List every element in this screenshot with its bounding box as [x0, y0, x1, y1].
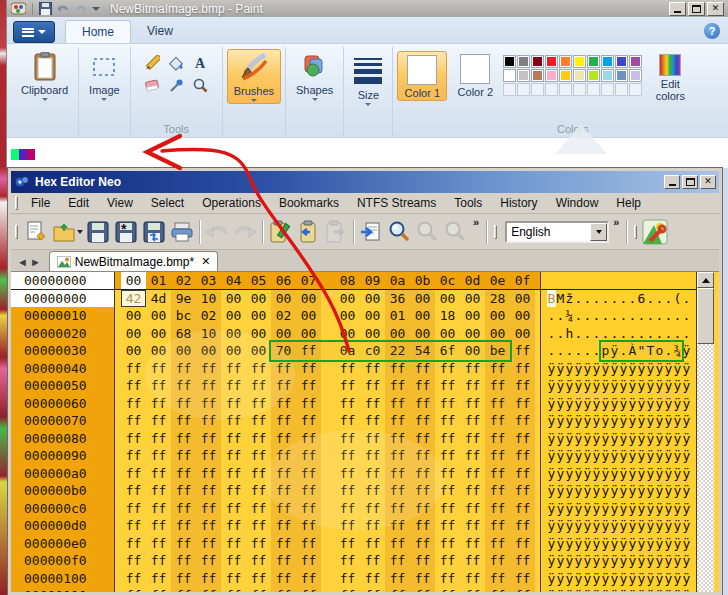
hex-byte[interactable]: ff — [435, 377, 460, 395]
color2-button[interactable]: Color 2 — [451, 51, 499, 99]
save-all-button[interactable]: * — [112, 218, 140, 246]
palette-swatch[interactable] — [559, 55, 572, 68]
hex-byte[interactable]: 00 — [271, 290, 296, 308]
hex-byte[interactable]: ff — [360, 552, 385, 570]
palette-swatch[interactable] — [503, 69, 516, 82]
hex-byte[interactable]: ff — [171, 395, 196, 413]
palette-empty-slot[interactable] — [615, 83, 628, 96]
hex-byte[interactable]: ff — [410, 482, 435, 500]
hex-byte[interactable]: 00 — [385, 325, 410, 343]
hex-byte[interactable]: 00 — [335, 290, 360, 308]
ascii-char[interactable]: ÿ — [664, 395, 673, 413]
ascii-char[interactable]: ¾ — [673, 342, 682, 360]
fill-tool[interactable] — [165, 53, 187, 73]
ascii-char[interactable]: ÿ — [673, 500, 682, 518]
palette-empty-slot[interactable] — [559, 83, 572, 96]
hex-byte[interactable]: ff — [246, 570, 271, 588]
ascii-char[interactable]: ÿ — [592, 377, 601, 395]
ascii-char[interactable]: ÿ — [628, 430, 637, 448]
hex-byte[interactable]: ff — [196, 517, 221, 535]
ascii-char[interactable]: ÿ — [646, 482, 655, 500]
hex-byte[interactable]: ff — [121, 552, 146, 570]
hex-byte[interactable]: ff — [435, 482, 460, 500]
ascii-char[interactable]: ÿ — [547, 500, 556, 518]
hex-byte[interactable]: ff — [221, 412, 246, 430]
hex-byte[interactable]: 00 — [296, 325, 321, 343]
palette-swatch[interactable] — [573, 69, 586, 82]
ascii-char[interactable]: . — [637, 307, 646, 325]
hex-byte[interactable]: ff — [271, 377, 296, 395]
hex-byte[interactable]: ff — [435, 587, 460, 592]
hex-byte[interactable]: ff — [171, 465, 196, 483]
ascii-char[interactable]: ÿ — [547, 465, 556, 483]
ascii-char[interactable]: ÿ — [646, 360, 655, 378]
hex-byte[interactable]: ff — [271, 412, 296, 430]
ascii-char[interactable]: ÿ — [628, 517, 637, 535]
ascii-char[interactable]: ÿ — [646, 395, 655, 413]
document-tab[interactable]: NewBitmaImage.bmp* ✕ — [49, 251, 219, 271]
ascii-char[interactable]: ÿ — [664, 377, 673, 395]
hex-byte[interactable]: 00 — [246, 307, 271, 325]
hex-byte[interactable]: 00 — [146, 307, 171, 325]
ascii-char[interactable]: ÿ — [565, 377, 574, 395]
ascii-char[interactable]: ÿ — [628, 570, 637, 588]
palette-swatch[interactable] — [517, 55, 530, 68]
hex-byte[interactable]: ff — [335, 377, 360, 395]
ascii-char[interactable]: ÿ — [547, 570, 556, 588]
ascii-char[interactable]: ÿ — [682, 570, 691, 588]
ascii-char[interactable]: ÿ — [610, 517, 619, 535]
hex-byte[interactable]: 00 — [171, 342, 196, 360]
hex-byte[interactable]: ff — [485, 482, 510, 500]
palette-swatch[interactable] — [629, 55, 642, 68]
hex-byte[interactable]: ff — [296, 377, 321, 395]
hex-byte[interactable]: ff — [360, 395, 385, 413]
ascii-char[interactable]: ÿ — [547, 430, 556, 448]
ascii-char[interactable]: ÿ — [556, 447, 565, 465]
ascii-char[interactable]: ÿ — [547, 535, 556, 553]
ascii-char[interactable]: ÿ — [601, 535, 610, 553]
hex-byte[interactable]: ff — [196, 430, 221, 448]
hex-byte[interactable]: ff — [485, 377, 510, 395]
ascii-char[interactable]: . — [556, 307, 565, 325]
hex-byte[interactable]: ff — [460, 570, 485, 588]
hex-byte[interactable]: ff — [146, 482, 171, 500]
ascii-char[interactable]: ÿ — [583, 500, 592, 518]
ascii-char[interactable]: ÿ — [673, 570, 682, 588]
hex-byte[interactable]: ff — [196, 447, 221, 465]
hex-byte[interactable]: 00 — [510, 307, 535, 325]
hex-byte[interactable]: ff — [196, 465, 221, 483]
hex-byte[interactable]: ff — [335, 500, 360, 518]
hex-byte[interactable]: ff — [485, 570, 510, 588]
ascii-char[interactable]: ÿ — [556, 552, 565, 570]
ascii-char[interactable]: ÿ — [565, 535, 574, 553]
hex-byte[interactable]: 00 — [510, 290, 535, 308]
ascii-char[interactable]: ÿ — [646, 377, 655, 395]
ascii-char[interactable]: ÿ — [646, 412, 655, 430]
ascii-char[interactable]: ÿ — [646, 500, 655, 518]
close-button[interactable]: ✕ — [700, 175, 716, 189]
ascii-char[interactable]: ÿ — [655, 465, 664, 483]
ascii-char[interactable]: ÿ — [682, 587, 691, 592]
palette-swatch[interactable] — [559, 69, 572, 82]
ascii-char[interactable]: ÿ — [637, 465, 646, 483]
hex-byte[interactable]: ff — [510, 430, 535, 448]
ascii-char[interactable]: ÿ — [601, 465, 610, 483]
hex-byte[interactable]: ff — [385, 552, 410, 570]
text-tool[interactable]: A — [189, 53, 211, 73]
hex-byte[interactable]: ff — [435, 517, 460, 535]
ascii-char[interactable]: ÿ — [565, 570, 574, 588]
ascii-char[interactable]: ÿ — [574, 552, 583, 570]
hex-byte[interactable]: ff — [460, 500, 485, 518]
ascii-char[interactable]: ÿ — [664, 482, 673, 500]
ascii-char[interactable]: ÿ — [673, 395, 682, 413]
menu-item-view[interactable]: View — [98, 193, 142, 213]
palette-swatch[interactable] — [531, 55, 544, 68]
size-button[interactable]: Size — [348, 49, 388, 107]
hex-byte[interactable]: 00 — [360, 325, 385, 343]
ascii-char[interactable]: ÿ — [574, 412, 583, 430]
ascii-char[interactable]: . — [547, 307, 556, 325]
hex-byte[interactable]: ff — [246, 517, 271, 535]
hex-byte[interactable]: ff — [121, 500, 146, 518]
cut-edit-button[interactable] — [266, 218, 294, 246]
ascii-char[interactable]: ÿ — [556, 587, 565, 592]
